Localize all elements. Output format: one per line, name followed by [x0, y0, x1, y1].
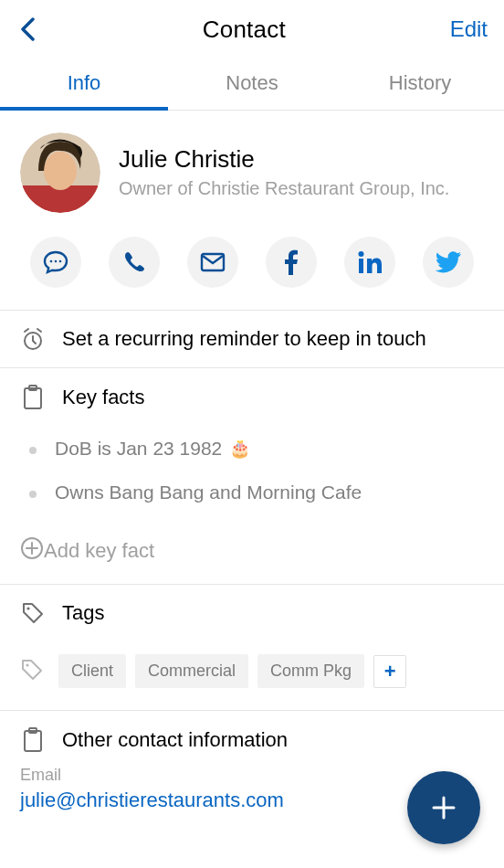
birthday-icon: 🎂 — [229, 438, 251, 459]
mail-icon — [200, 252, 226, 272]
reminder-row[interactable]: Set a recurring reminder to keep in touc… — [0, 311, 504, 367]
tag-chip[interactable]: Comm Pkg — [257, 654, 364, 688]
tag-icon — [20, 658, 44, 685]
facebook-icon — [284, 249, 299, 275]
svg-rect-11 — [25, 388, 41, 408]
facebook-button[interactable] — [266, 237, 317, 288]
mail-button[interactable] — [187, 237, 238, 288]
page-title: Contact — [203, 16, 286, 44]
contact-subtitle: Owner of Christie Restaurant Group, Inc. — [119, 177, 449, 200]
tab-notes[interactable]: Notes — [168, 58, 336, 110]
keyfacts-heading: Key facts — [62, 386, 144, 409]
svg-point-5 — [55, 260, 58, 263]
avatar[interactable] — [20, 132, 100, 213]
chat-icon — [43, 249, 68, 275]
other-heading: Other contact information — [62, 728, 288, 752]
phone-button[interactable] — [109, 237, 160, 288]
linkedin-button[interactable] — [344, 237, 395, 288]
back-button[interactable] — [16, 18, 38, 40]
svg-point-4 — [50, 260, 53, 263]
svg-point-9 — [359, 251, 364, 257]
clipboard-icon — [20, 385, 46, 410]
keyfact-text: DoB is Jan 23 1982 — [55, 438, 222, 460]
keyfact-item[interactable]: Owns Bang Bang and Morning Cafe — [20, 471, 484, 514]
contact-name: Julie Christie — [119, 145, 449, 174]
tag-icon — [20, 601, 46, 625]
alarm-icon — [20, 327, 46, 351]
tab-bar: Info Notes History — [0, 58, 504, 111]
chat-button[interactable] — [30, 237, 81, 288]
tags-heading: Tags — [62, 601, 104, 625]
keyfact-item[interactable]: DoB is Jan 23 1982 🎂 — [20, 427, 484, 471]
reminder-text: Set a recurring reminder to keep in touc… — [62, 327, 426, 351]
twitter-icon — [436, 251, 461, 273]
add-keyfact-label: Add key fact — [44, 539, 154, 563]
bullet-icon — [29, 491, 37, 498]
add-fab-button[interactable] — [407, 771, 480, 844]
svg-point-15 — [26, 663, 28, 666]
svg-point-14 — [26, 607, 29, 609]
plus-circle-icon — [20, 536, 44, 566]
linkedin-icon — [358, 250, 382, 274]
add-keyfact-button[interactable]: Add key fact — [0, 524, 504, 584]
tag-chip[interactable]: Commercial — [135, 654, 248, 688]
svg-point-3 — [44, 152, 77, 190]
chevron-left-icon — [20, 17, 35, 41]
edit-button[interactable]: Edit — [450, 16, 488, 42]
twitter-button[interactable] — [423, 237, 474, 288]
bullet-icon — [29, 447, 37, 454]
keyfact-text: Owns Bang Bang and Morning Cafe — [55, 482, 362, 503]
add-tag-button[interactable]: + — [373, 655, 406, 688]
clipboard-icon — [20, 727, 46, 753]
svg-rect-16 — [25, 731, 41, 751]
phone-icon — [122, 250, 146, 274]
plus-icon — [429, 793, 458, 822]
email-label: Email — [20, 766, 484, 785]
tab-info[interactable]: Info — [0, 58, 168, 110]
svg-point-6 — [59, 260, 62, 263]
svg-rect-8 — [359, 259, 363, 273]
tab-history[interactable]: History — [336, 58, 504, 110]
tag-chip[interactable]: Client — [58, 654, 126, 688]
